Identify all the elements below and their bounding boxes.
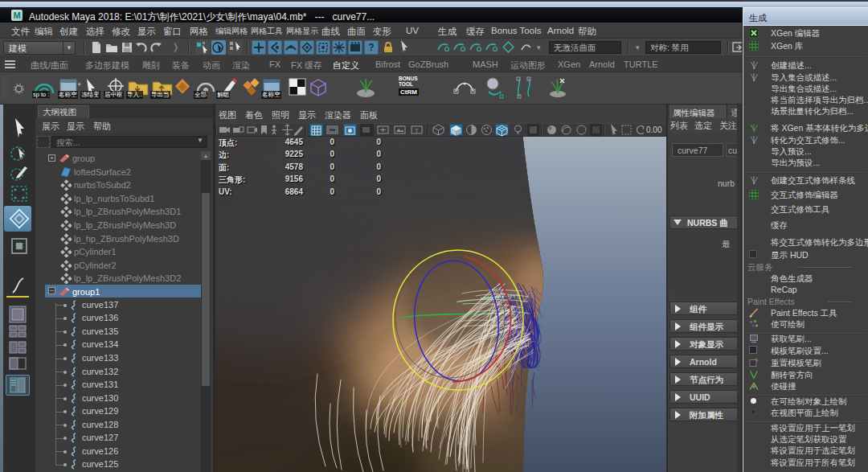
svg-text:T: T — [415, 127, 419, 134]
